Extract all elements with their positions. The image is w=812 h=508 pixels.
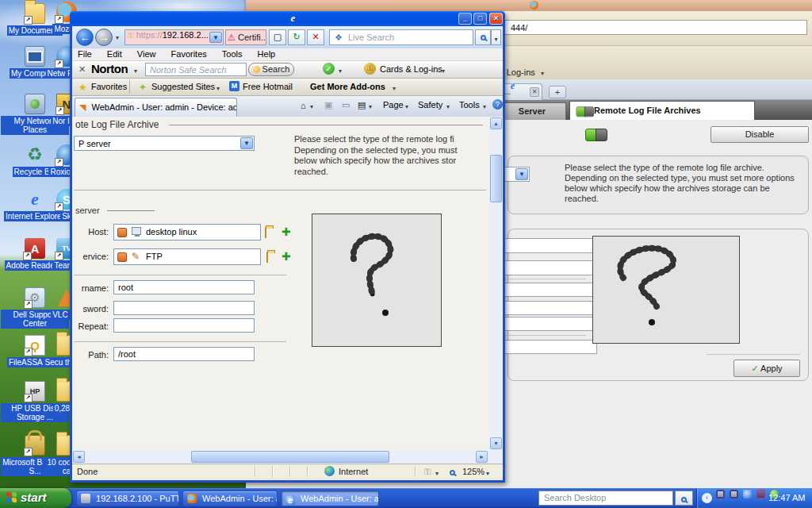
safety-caret-icon[interactable] <box>446 101 450 110</box>
folder-browse-icon[interactable] <box>265 227 266 238</box>
add-icon[interactable]: ✚ <box>282 251 291 262</box>
print-icon[interactable]: ▤ <box>358 100 366 110</box>
minimize-button[interactable]: _ <box>458 13 472 25</box>
vertical-scrollbar[interactable]: ▲ ▼ <box>489 117 503 450</box>
help-icon[interactable]: ? <box>492 99 503 110</box>
tab-server[interactable]: Server <box>498 102 566 120</box>
norton-status-caret-icon[interactable] <box>339 65 342 75</box>
free-hotmail-button[interactable]: Free Hotmail <box>243 82 293 91</box>
scroll-right-icon[interactable]: ► <box>476 451 488 463</box>
norton-caret-icon[interactable] <box>134 65 137 75</box>
password-input[interactable] <box>499 301 597 315</box>
suggested-caret-icon[interactable] <box>216 83 220 92</box>
host-input[interactable]: desktop linux <box>113 224 261 241</box>
add-icon[interactable]: ✚ <box>282 226 291 237</box>
dropdown-arrow-icon[interactable]: ▼ <box>240 137 253 149</box>
close-button[interactable]: ✕ <box>489 13 503 25</box>
service-input[interactable]: ✎ FTP <box>113 248 261 265</box>
menu-help[interactable]: Help <box>252 48 282 60</box>
repeat-input[interactable] <box>499 317 597 331</box>
password-input[interactable] <box>113 301 255 315</box>
zoom-caret-icon[interactable] <box>486 468 489 477</box>
security-tray-icon[interactable] <box>756 490 765 498</box>
scroll-up-icon[interactable]: ▲ <box>490 117 502 129</box>
compatibility-button[interactable]: ▢ <box>269 29 286 45</box>
norton-safe-search-input[interactable]: Norton Safe Search <box>145 63 247 76</box>
search-button[interactable] <box>475 29 491 45</box>
search-desktop-input[interactable]: Search Desktop <box>538 491 673 506</box>
archive-type-select[interactable]: P server ▼ <box>74 136 255 151</box>
folder-browse-icon[interactable] <box>266 252 268 263</box>
norton-safe-status-icon[interactable]: ✓ <box>323 63 335 75</box>
menu-tools[interactable]: Tools <box>216 48 248 60</box>
tools-menu[interactable]: Tools <box>459 100 480 110</box>
disable-button[interactable]: Disable <box>710 126 809 143</box>
display-tray-icon[interactable] <box>730 490 738 498</box>
scroll-down-icon[interactable]: ▼ <box>490 437 502 449</box>
service-input[interactable] <box>499 260 602 275</box>
host-input[interactable] <box>499 238 602 253</box>
scrollbar-thumb[interactable] <box>191 451 389 463</box>
page-menu[interactable]: Page <box>383 100 404 110</box>
address-dropdown-icon[interactable]: ▼ <box>209 32 222 43</box>
new-tab-button[interactable]: + <box>549 86 566 98</box>
username-input[interactable]: root <box>113 280 255 294</box>
search-tray-icon[interactable] <box>743 490 752 498</box>
tools-caret-icon[interactable] <box>483 101 486 110</box>
enabled-toggle-icon[interactable] <box>585 129 606 140</box>
hide-icons-chevron-icon[interactable]: ‹ <box>702 493 712 503</box>
horizontal-scrollbar[interactable]: ◄ ► <box>72 450 503 464</box>
network-tray-icon[interactable] <box>716 490 725 498</box>
taskbar-task-firefox[interactable]: WebAdmin - User: ad... <box>182 491 278 506</box>
menu-favorites[interactable]: Favorites <box>166 48 213 60</box>
address-bar[interactable]: ⚿ https://192.168.2... ▼ <box>124 29 224 45</box>
home-caret-icon[interactable] <box>310 101 313 110</box>
apply-button[interactable]: ✓ Apply <box>733 360 800 377</box>
firefox-titlebar[interactable]: WebAdmin - User: admin - Device: ace75 -… <box>246 0 812 11</box>
maximize-button[interactable]: □ <box>473 13 487 25</box>
forward-button[interactable]: → <box>95 29 113 46</box>
search-options-caret-icon[interactable] <box>491 29 501 45</box>
home-icon[interactable]: ⌂ <box>301 101 306 110</box>
menu-file[interactable]: File <box>72 48 98 60</box>
dropdown-arrow-icon[interactable]: ▼ <box>515 168 528 180</box>
tab-remote-log-file-archives[interactable]: Remote Log File Archives <box>569 101 755 120</box>
read-mail-icon[interactable]: ▭ <box>342 100 350 110</box>
print-caret-icon[interactable] <box>369 101 372 110</box>
status-caret-icon[interactable] <box>435 468 439 477</box>
close-toolbar-icon[interactable]: ✕ <box>79 64 86 75</box>
addons-caret-icon[interactable] <box>393 83 396 92</box>
scrollbar-thumb[interactable] <box>490 155 502 202</box>
favorites-button[interactable]: Favorites <box>91 82 127 91</box>
feeds-icon[interactable]: ▣ <box>324 100 332 110</box>
username-input[interactable] <box>499 283 597 297</box>
recent-pages-caret-icon[interactable] <box>116 32 119 41</box>
norton-search-button[interactable]: Search <box>248 63 294 76</box>
stop-button[interactable]: ✕ <box>307 29 324 45</box>
page-caret-icon[interactable] <box>405 101 408 110</box>
ie-active-tab[interactable]: ◥ WebAdmin - User: admin - Device: ace75 <box>75 98 237 117</box>
menu-view[interactable]: View <box>132 48 162 60</box>
path-input[interactable] <box>499 340 597 354</box>
start-button[interactable]: start <box>0 488 71 508</box>
repeat-input[interactable] <box>113 318 255 333</box>
menu-edit[interactable]: Edit <box>102 48 128 60</box>
suggested-sites-button[interactable]: Suggested Sites <box>151 82 215 91</box>
taskbar-task-putty[interactable]: 192.168.2.100 - PuTTY <box>76 491 179 506</box>
cards-caret-icon[interactable] <box>442 65 445 75</box>
get-more-addons-button[interactable]: Get More Add-ons <box>310 82 385 91</box>
taskbar-task-ie[interactable]: e WebAdmin - User: ad... <box>281 491 379 506</box>
live-search-box[interactable]: ❖ Live Search <box>329 29 473 45</box>
zoom-level[interactable]: 125% <box>462 467 485 476</box>
safety-menu[interactable]: Safety <box>418 100 442 110</box>
certificate-error-badge[interactable]: ⚠ Certifi... <box>225 29 266 45</box>
ie-titlebar[interactable]: e WebAdmin - User: admin - Device: ace75… <box>70 11 505 26</box>
protected-mode-icon[interactable]: ⚿ <box>424 467 431 477</box>
close-tab-icon[interactable]: ✕ <box>530 87 539 97</box>
cards-logins-label[interactable]: Cards & Log-ins <box>380 64 442 74</box>
norton-brand[interactable]: Norton <box>91 62 128 75</box>
refresh-button[interactable]: ↻ <box>288 29 305 45</box>
scroll-left-icon[interactable]: ◄ <box>73 451 85 463</box>
back-button[interactable]: ← <box>76 29 94 46</box>
search-desktop-button[interactable] <box>675 491 693 506</box>
